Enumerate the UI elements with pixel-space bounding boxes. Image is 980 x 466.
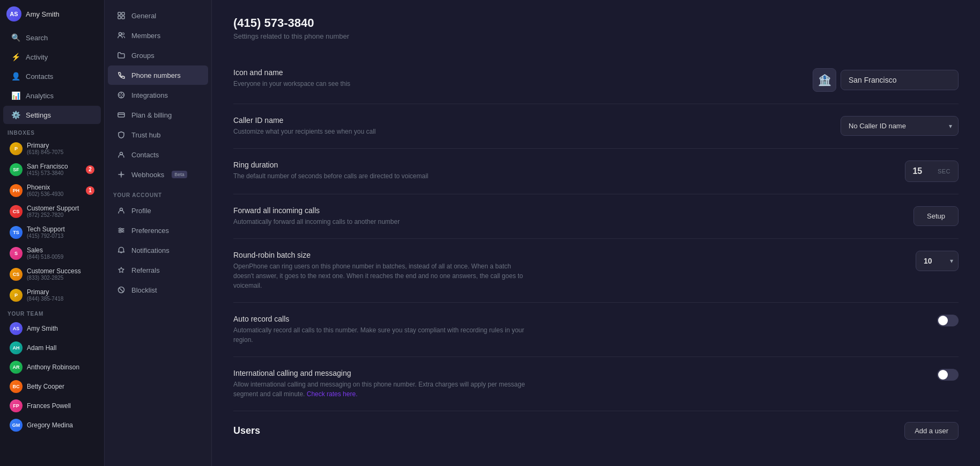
team-member-betty[interactable]: BC Betty Cooper	[3, 377, 101, 396]
inbox-avatar: TS	[10, 226, 23, 239]
inbox-info: San Francisco (415) 573-3840	[27, 163, 82, 176]
mid-nav-referrals[interactable]: Referrals	[108, 260, 208, 280]
sidebar-left: AS Amy Smith 🔍 Search ⚡ Activity 👤 Conta…	[0, 0, 105, 466]
international-desc: Allow international calling and messagin…	[233, 380, 528, 399]
inbox-customer-support[interactable]: CS Customer Support (872) 252-7820	[3, 201, 101, 221]
referrals-icon	[116, 265, 126, 275]
inbox-number: (844) 518-0059	[27, 254, 94, 260]
integrations-icon	[116, 90, 126, 100]
inbox-info: Sales (844) 518-0059	[27, 246, 94, 260]
inbox-avatar: CS	[10, 205, 23, 218]
team-member-adam[interactable]: AH Adam Hall	[3, 339, 101, 357]
sidebar-label-activity: Activity	[26, 53, 48, 61]
sidebar-label-contacts: Contacts	[26, 72, 53, 81]
inbox-info: Customer Success (833) 302-2825	[27, 267, 94, 281]
team-member-frances[interactable]: FP Frances Powell	[3, 397, 101, 415]
team-member-amy[interactable]: AS Amy Smith	[3, 319, 101, 338]
icon-name-info: Icon and name Everyone in your workspace…	[233, 68, 528, 89]
ring-input[interactable]	[905, 161, 938, 181]
caller-id-select-wrapper: No Caller ID name San Francisco Custom	[841, 116, 959, 136]
mid-nav-profile[interactable]: Profile	[108, 201, 208, 220]
inbox-info: Primary (844) 385-7418	[27, 288, 94, 302]
international-control	[937, 369, 959, 381]
mid-nav-notifications[interactable]: Notifications	[108, 241, 208, 260]
sidebar-item-search[interactable]: 🔍 Search	[3, 28, 101, 47]
mid-nav-trust-hub[interactable]: Trust hub	[108, 125, 208, 144]
mid-nav-plan-billing-label: Plan & billing	[131, 111, 172, 119]
ring-control-box: SEC	[905, 161, 959, 182]
mid-nav-contacts[interactable]: Contacts	[108, 145, 208, 164]
forward-calls-desc: Automatically forward all incoming calls…	[233, 217, 528, 227]
svg-point-11	[120, 228, 121, 230]
caller-id-row: Caller ID name Customize what your recip…	[233, 104, 959, 149]
caller-id-select[interactable]: No Caller ID name San Francisco Custom	[841, 116, 959, 136]
team-member-anthony[interactable]: AR Anthony Robinson	[3, 358, 101, 376]
user-header[interactable]: AS Amy Smith	[0, 0, 104, 28]
team-avatar: AH	[10, 341, 23, 354]
mid-nav-integrations[interactable]: Integrations	[108, 85, 208, 105]
international-title: International calling and messaging	[233, 369, 528, 377]
mid-nav-profile-label: Profile	[131, 207, 151, 215]
mid-nav-webhooks[interactable]: Webhooks Beta	[108, 165, 208, 184]
inbox-phoenix[interactable]: PH Phoenix (602) 536-4930 1	[3, 180, 101, 200]
inbox-tech-support[interactable]: TS Tech Support (415) 792-0713	[3, 222, 101, 242]
team-member-name: Adam Hall	[27, 344, 56, 352]
mid-nav-members[interactable]: Members	[108, 26, 208, 45]
inbox-customer-success[interactable]: CS Customer Success (833) 302-2825	[3, 264, 101, 284]
icon-name-title: Icon and name	[233, 68, 528, 77]
sidebar-item-analytics[interactable]: 📊 Analytics	[3, 86, 101, 105]
inbox-primary-1[interactable]: P Primary (618) 845-7075	[3, 139, 101, 158]
mid-nav-referrals-label: Referrals	[131, 266, 160, 274]
inbox-name: Customer Success	[27, 267, 94, 275]
avatar: AS	[6, 6, 21, 21]
inbox-avatar: PH	[10, 184, 23, 197]
inbox-number: (872) 252-7820	[27, 212, 94, 218]
sidebar-item-contacts[interactable]: 👤 Contacts	[3, 67, 101, 85]
inbox-avatar: CS	[10, 268, 23, 281]
mid-nav-blocklist[interactable]: Blocklist	[108, 280, 208, 300]
sidebar-item-settings[interactable]: ⚙️ Settings	[3, 106, 101, 124]
ring-duration-row: Ring duration The default number of seco…	[233, 149, 959, 194]
inbox-avatar: S	[10, 247, 23, 260]
add-user-button[interactable]: Add a user	[904, 422, 959, 440]
team-avatar: GM	[10, 419, 23, 432]
auto-record-toggle[interactable]	[937, 315, 959, 326]
setup-button[interactable]: Setup	[913, 206, 959, 226]
check-rates-link[interactable]: Check rates here.	[307, 390, 358, 398]
location-emoji: 🏦	[818, 74, 831, 86]
mid-nav-contacts-label: Contacts	[131, 151, 159, 159]
search-icon: 🔍	[11, 33, 20, 42]
settings-icon: ⚙️	[11, 110, 20, 120]
ring-duration-title: Ring duration	[233, 161, 528, 169]
international-info: International calling and messaging Allo…	[233, 369, 528, 399]
svg-rect-2	[118, 16, 121, 19]
profile-icon	[116, 206, 126, 215]
ring-duration-desc: The default number of seconds before cal…	[233, 171, 528, 181]
inbox-name: Customer Support	[27, 205, 94, 212]
inbox-sales[interactable]: S Sales (844) 518-0059	[3, 243, 101, 263]
mid-nav-integrations-label: Integrations	[131, 91, 168, 99]
inbox-sanfrancisco[interactable]: SF San Francisco (415) 573-3840 2	[3, 159, 101, 179]
phone-name-input[interactable]	[841, 70, 959, 90]
inbox-number: (602) 536-4930	[27, 191, 82, 197]
round-robin-control: 1 2 3 5 10 15 20	[916, 251, 959, 271]
phone-number-title: (415) 573-3840	[233, 16, 959, 30]
mid-nav-preferences[interactable]: Preferences	[108, 221, 208, 240]
auto-record-row: Auto record calls Automatically record a…	[233, 303, 959, 357]
icon-picker[interactable]: 🏦	[813, 68, 836, 92]
inbox-primary-2[interactable]: P Primary (844) 385-7418	[3, 285, 101, 305]
sidebar-item-activity[interactable]: ⚡ Activity	[3, 48, 101, 66]
team-member-gregory[interactable]: GM Gregory Medina	[3, 416, 101, 434]
ring-duration-control: SEC	[905, 161, 959, 182]
caller-id-control: No Caller ID name San Francisco Custom	[841, 116, 959, 136]
beta-badge: Beta	[172, 171, 187, 178]
team-member-name: Gregory Medina	[27, 421, 73, 429]
mid-nav-phone-numbers[interactable]: Phone numbers	[108, 65, 208, 85]
mid-nav-general[interactable]: General	[108, 6, 208, 25]
international-toggle[interactable]	[937, 369, 959, 381]
round-robin-select[interactable]: 1 2 3 5 10 15 20	[916, 251, 959, 271]
mid-nav-plan-billing[interactable]: Plan & billing	[108, 105, 208, 125]
ring-duration-info: Ring duration The default number of seco…	[233, 161, 528, 181]
team-member-name: Betty Cooper	[27, 383, 64, 390]
mid-nav-groups[interactable]: Groups	[108, 46, 208, 65]
